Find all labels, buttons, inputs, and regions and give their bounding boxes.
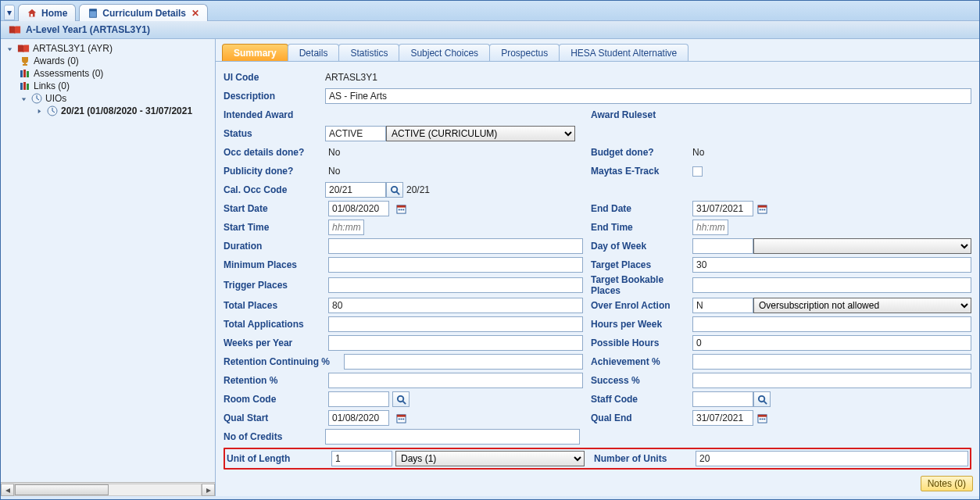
expand-icon[interactable] bbox=[35, 107, 44, 116]
tab-statistics[interactable]: Statistics bbox=[338, 44, 399, 61]
description-input[interactable] bbox=[325, 88, 971, 104]
end-time-input[interactable] bbox=[692, 220, 728, 235]
staff-code-input[interactable] bbox=[692, 391, 753, 407]
tab-home[interactable]: Home bbox=[18, 4, 76, 21]
trigger-places-input[interactable] bbox=[328, 277, 583, 293]
start-date-input[interactable] bbox=[328, 201, 389, 216]
label-no-credits: No of Credits bbox=[224, 431, 325, 442]
book-icon bbox=[9, 24, 21, 35]
tab-hesa-label: HESA Student Alternative bbox=[570, 48, 677, 59]
status-code-input[interactable] bbox=[325, 126, 386, 141]
hours-per-week-input[interactable] bbox=[692, 316, 971, 332]
tab-subject-choices-label: Subject Choices bbox=[410, 48, 478, 59]
number-of-units-input[interactable] bbox=[696, 451, 968, 466]
tree-uio-item[interactable]: 20/21 (01/08/2020 - 31/07/2021 bbox=[2, 105, 213, 117]
tree-awards[interactable]: Awards (0) bbox=[2, 55, 213, 67]
retention-input[interactable] bbox=[328, 373, 583, 388]
total-places-input[interactable] bbox=[328, 298, 583, 313]
svg-rect-2 bbox=[90, 9, 97, 11]
duration-input[interactable] bbox=[328, 238, 583, 254]
label-target-bookable: Target Bookable Places bbox=[591, 274, 692, 296]
total-apps-input[interactable] bbox=[328, 316, 583, 332]
label-end-time: End Time bbox=[591, 222, 692, 233]
detail-tabs: Summary Details Statistics Subject Choic… bbox=[216, 39, 979, 62]
page-title: A-Level Year1 (ARTASL3Y1) bbox=[26, 24, 150, 35]
close-icon[interactable]: ✕ bbox=[191, 8, 199, 19]
tree-uios[interactable]: UIOs bbox=[2, 92, 213, 105]
curriculum-tree[interactable]: ARTASL3Y1 (AYR) Awards (0) Assessments (… bbox=[1, 39, 215, 482]
scroll-thumb[interactable] bbox=[15, 484, 109, 495]
label-award-ruleset: Award Ruleset bbox=[591, 109, 692, 120]
scroll-right-icon[interactable]: ▸ bbox=[202, 484, 215, 496]
tree-links[interactable]: Links (0) bbox=[2, 80, 213, 92]
label-status: Status bbox=[224, 128, 325, 139]
qual-end-input[interactable] bbox=[692, 410, 753, 426]
min-places-input[interactable] bbox=[328, 257, 583, 273]
search-icon[interactable] bbox=[392, 391, 410, 407]
day-of-week-select[interactable] bbox=[753, 238, 971, 254]
label-intended-award: Intended Award bbox=[224, 109, 325, 120]
summary-form: UI Code ARTASL3Y1 Description Intended A… bbox=[216, 62, 979, 496]
collapse-icon[interactable] bbox=[20, 95, 28, 103]
target-places-input[interactable] bbox=[692, 257, 971, 273]
calendar-icon[interactable] bbox=[392, 201, 410, 216]
label-day-of-week: Day of Week bbox=[591, 241, 692, 252]
target-bookable-input[interactable] bbox=[692, 277, 971, 293]
svg-line-24 bbox=[402, 401, 406, 404]
possible-hours-input[interactable] bbox=[692, 335, 971, 351]
tab-details[interactable]: Details bbox=[288, 44, 340, 61]
room-code-input[interactable] bbox=[328, 391, 389, 407]
search-icon[interactable] bbox=[753, 391, 771, 407]
label-budget-done: Budget done? bbox=[591, 147, 692, 158]
label-number-of-units: Number of Units bbox=[594, 453, 696, 464]
tree-assessments-label: Assessments (0) bbox=[34, 68, 103, 79]
qual-start-input[interactable] bbox=[328, 410, 389, 426]
cal-occ-input[interactable] bbox=[325, 182, 386, 198]
tab-subject-choices[interactable]: Subject Choices bbox=[399, 44, 490, 61]
maytas-checkbox[interactable] bbox=[692, 166, 703, 177]
tab-curriculum-label: Curriculum Details bbox=[102, 8, 186, 19]
tab-home-label: Home bbox=[41, 8, 67, 19]
success-input[interactable] bbox=[692, 373, 971, 388]
no-credits-input[interactable] bbox=[325, 429, 580, 445]
label-trigger-places: Trigger Places bbox=[224, 280, 325, 291]
books-icon bbox=[20, 68, 30, 79]
value-occ-details-done: No bbox=[328, 147, 340, 158]
highlighted-row: Unit of Length Days (1) Number of Units bbox=[224, 448, 971, 470]
unit-of-length-select[interactable]: Days (1) bbox=[395, 451, 585, 466]
ret-cont-input[interactable] bbox=[344, 354, 583, 370]
tab-summary[interactable]: Summary bbox=[222, 44, 288, 61]
tree-root[interactable]: ARTASL3Y1 (AYR) bbox=[2, 42, 213, 55]
over-enrol-code-input[interactable] bbox=[692, 298, 753, 313]
tab-summary-label: Summary bbox=[234, 48, 277, 59]
svg-rect-14 bbox=[396, 205, 405, 207]
tree-assessments[interactable]: Assessments (0) bbox=[2, 67, 213, 80]
calendar-icon[interactable] bbox=[753, 201, 771, 216]
svg-point-11 bbox=[391, 186, 396, 191]
achievement-input[interactable] bbox=[692, 354, 971, 370]
notes-button[interactable]: Notes (0) bbox=[921, 476, 973, 491]
calendar-icon[interactable] bbox=[753, 410, 771, 426]
books-icon bbox=[20, 80, 30, 91]
weeks-per-year-input[interactable] bbox=[328, 335, 583, 351]
unit-of-length-code-input[interactable] bbox=[331, 451, 392, 466]
tab-prospectus[interactable]: Prospectus bbox=[489, 44, 560, 61]
clock-icon bbox=[31, 93, 42, 104]
svg-rect-34 bbox=[759, 418, 760, 420]
book-icon bbox=[17, 43, 30, 54]
scroll-track[interactable] bbox=[14, 484, 202, 496]
scroll-left-icon[interactable]: ◂ bbox=[1, 484, 14, 496]
day-of-week-code-input[interactable] bbox=[692, 238, 753, 254]
start-time-input[interactable] bbox=[328, 220, 364, 235]
tab-hesa[interactable]: HESA Student Alternative bbox=[559, 44, 689, 61]
collapse-icon[interactable] bbox=[5, 45, 14, 53]
tree-hscrollbar[interactable]: ◂ ▸ bbox=[1, 482, 215, 496]
calendar-icon[interactable] bbox=[392, 410, 410, 426]
toolbar-dropdown[interactable]: ▾ bbox=[4, 5, 15, 20]
label-start-date: Start Date bbox=[224, 203, 325, 214]
tab-curriculum-details[interactable]: Curriculum Details ✕ bbox=[79, 4, 208, 21]
search-icon[interactable] bbox=[386, 182, 403, 198]
status-desc-select[interactable]: ACTIVE (CURRICULUM) bbox=[386, 126, 575, 141]
end-date-input[interactable] bbox=[692, 201, 753, 216]
over-enrol-select[interactable]: Oversubscription not allowed bbox=[753, 298, 971, 313]
